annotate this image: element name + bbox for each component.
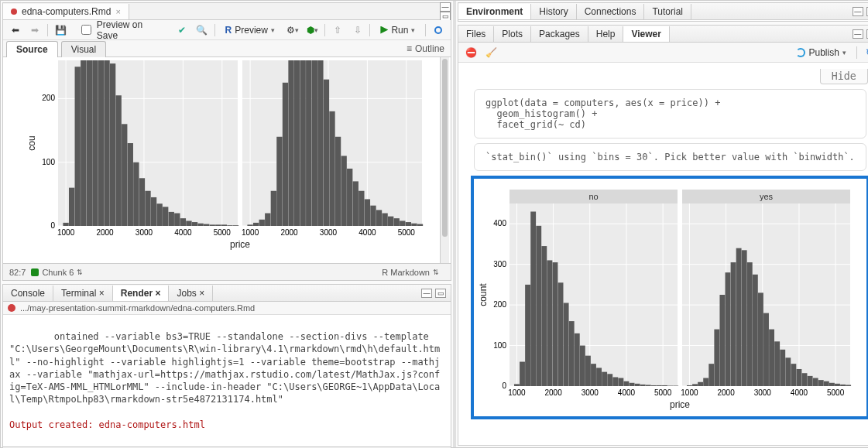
svg-rect-75 (353, 181, 359, 226)
svg-rect-83 (400, 221, 405, 226)
chevron-down-icon: ▾ (842, 49, 846, 56)
chevron-down-icon: ▾ (271, 26, 275, 34)
tab-terminal[interactable]: Terminal × (53, 286, 113, 301)
save-icon[interactable]: 💾 (53, 23, 68, 37)
close-icon[interactable]: × (99, 288, 105, 299)
mode-source-tab[interactable]: Source (6, 41, 58, 57)
svg-rect-135 (667, 385, 673, 386)
svg-text:1000: 1000 (681, 388, 698, 397)
editor-chart: cou1000200030004000500001002001000200030… (26, 57, 428, 251)
viewer-message: `stat_bin()` using `bins = 30`. Pick bet… (474, 143, 866, 171)
svg-rect-58 (253, 223, 259, 226)
svg-text:4000: 4000 (618, 388, 636, 397)
chunk-selector[interactable]: Chunk 6 ⇅ (26, 265, 88, 279)
hide-button[interactable]: Hide (820, 69, 868, 84)
close-icon[interactable]: × (199, 288, 204, 299)
svg-rect-107 (514, 384, 520, 386)
preview-on-save-toggle[interactable]: Preview on Save (73, 17, 170, 43)
svg-rect-187 (835, 384, 840, 386)
svg-rect-80 (382, 214, 387, 226)
minimize-pane-icon[interactable]: — (440, 2, 451, 12)
svg-rect-29 (174, 214, 180, 226)
remove-viewer-icon[interactable]: ⛔ (463, 46, 479, 60)
find-icon[interactable]: 🔍 (194, 23, 210, 37)
tab-jobs[interactable]: Jobs × (169, 286, 213, 301)
svg-rect-18 (110, 63, 115, 226)
lang-label: R Markdown (382, 268, 430, 277)
tab-files[interactable]: Files (458, 26, 494, 42)
tab-console[interactable]: Console (3, 286, 53, 301)
svg-text:200: 200 (493, 300, 506, 309)
svg-text:3000: 3000 (754, 388, 772, 397)
back-icon[interactable]: ⬅ (8, 23, 23, 37)
viewer-body[interactable]: Hide ggplot(data = computers, aes(x = pr… (458, 63, 868, 445)
svg-rect-15 (92, 60, 98, 226)
svg-rect-121 (591, 364, 596, 386)
svg-rect-114 (553, 262, 558, 386)
minimize-pane-icon[interactable]: — (421, 289, 432, 298)
go-prev-chunk-icon[interactable]: ⇧ (330, 23, 345, 37)
svg-rect-167 (726, 272, 731, 386)
svg-rect-129 (635, 384, 640, 386)
svg-rect-34 (204, 224, 209, 226)
outline-toggle[interactable]: ≡ Outline (400, 41, 451, 56)
tab-viewer[interactable]: Viewer (623, 26, 669, 42)
preview-button[interactable]: R Preview ▾ (220, 22, 280, 38)
close-icon[interactable]: × (155, 288, 160, 299)
svg-rect-37 (221, 224, 227, 226)
gear-icon[interactable]: ⚙▾ (285, 23, 300, 37)
svg-rect-24 (145, 191, 150, 226)
svg-rect-69 (317, 60, 323, 226)
svg-rect-62 (276, 137, 282, 226)
forward-icon[interactable]: ➡ (28, 23, 43, 37)
svg-rect-166 (719, 295, 725, 386)
chunk-label: Chunk 6 (42, 268, 74, 277)
run-button[interactable]: Run ▾ (375, 22, 420, 38)
svg-rect-164 (708, 364, 714, 386)
tab-connections[interactable]: Connections (577, 4, 645, 19)
publish-icon[interactable] (431, 23, 446, 37)
publish-icon (796, 48, 805, 57)
svg-text:100: 100 (42, 158, 55, 166)
svg-rect-163 (703, 378, 708, 386)
svg-rect-22 (133, 162, 139, 226)
tab-tutorial[interactable]: Tutorial (644, 4, 691, 19)
svg-rect-14 (87, 60, 92, 226)
maximize-pane-icon[interactable]: ▭ (440, 12, 451, 21)
tab-packages[interactable]: Packages (531, 26, 588, 42)
tab-environment[interactable]: Environment (458, 4, 531, 19)
scrollbar-vertical[interactable] (440, 57, 449, 263)
render-log-text: ontained --variable bs3=TRUE --standalon… (9, 331, 440, 405)
minimize-pane-icon[interactable]: — (853, 29, 863, 39)
svg-rect-65 (294, 60, 300, 226)
tab-history[interactable]: History (531, 4, 576, 19)
updown-icon: ⇅ (77, 268, 83, 276)
svg-rect-170 (742, 250, 747, 386)
render-log[interactable]: ontained --variable bs3=TRUE --standalon… (3, 315, 451, 446)
svg-rect-32 (192, 222, 197, 226)
svg-rect-133 (657, 385, 662, 386)
lang-selector[interactable]: R Markdown ⇅ (376, 265, 444, 279)
svg-text:price: price (230, 239, 250, 250)
mode-visual-tab[interactable]: Visual (61, 41, 106, 57)
refresh-icon[interactable]: ↻ (862, 46, 868, 60)
svg-text:1000: 1000 (508, 388, 526, 397)
spellcheck-icon[interactable]: ✔ (174, 23, 190, 37)
publish-button[interactable]: Publish ▾ (791, 45, 851, 60)
clear-viewer-icon[interactable]: 🧹 (483, 46, 499, 60)
close-icon[interactable]: × (115, 7, 120, 16)
svg-text:100: 100 (493, 341, 506, 350)
render-output-line: Output created: edna-computers.html (9, 419, 205, 430)
tab-render[interactable]: Render × (113, 286, 170, 301)
maximize-pane-icon[interactable]: ▭ (435, 289, 446, 298)
chunk-icon (31, 268, 39, 276)
tab-help[interactable]: Help (588, 26, 624, 42)
insert-chunk-icon[interactable]: ⬢▾ (305, 23, 321, 37)
svg-rect-123 (602, 372, 607, 386)
minimize-pane-icon[interactable]: — (853, 7, 863, 16)
go-next-chunk-icon[interactable]: ⇩ (350, 23, 365, 37)
svg-rect-126 (618, 378, 623, 386)
svg-rect-132 (651, 385, 657, 386)
preview-on-save-checkbox[interactable] (81, 25, 91, 35)
tab-plots[interactable]: Plots (494, 26, 531, 42)
